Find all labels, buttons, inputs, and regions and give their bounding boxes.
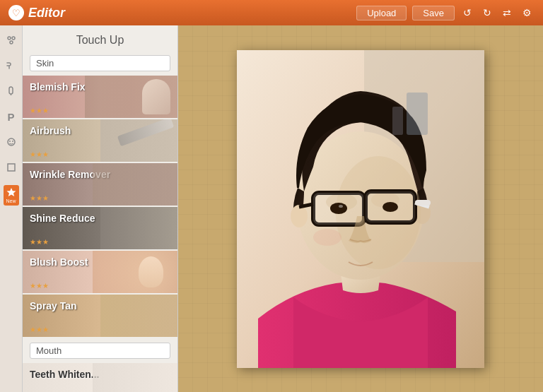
effect-label: Blush Boost [30, 256, 88, 268]
svg-rect-30 [407, 93, 428, 135]
svg-point-26 [330, 203, 347, 214]
svg-point-6 [9, 141, 11, 142]
effect-stars: ★★★ [30, 238, 49, 246]
effect-label: Spray Tan [30, 300, 77, 311]
list-item[interactable]: Airbrush ★★★ [23, 119, 177, 162]
upload-button[interactable]: Upload [356, 6, 407, 20]
logo-icon: ♡ [8, 5, 24, 20]
effect-stars: ★★★ [30, 282, 49, 290]
mouth-section-dropdown: Mouth [23, 340, 177, 363]
svg-marker-9 [6, 188, 16, 196]
photo-frame [237, 50, 484, 368]
svg-rect-31 [392, 107, 403, 135]
icon-bar-sticker[interactable] [4, 134, 19, 150]
icon-bar-crop[interactable] [4, 160, 19, 175]
app-title: Editor [28, 6, 65, 20]
sidebar-panel: Touch Up Skin Blemish Fix ★★★ Airbrush ★… [23, 25, 178, 392]
svg-rect-8 [8, 164, 15, 171]
effect-stars: ★★★ [30, 107, 49, 114]
svg-rect-3 [9, 87, 13, 94]
svg-point-28 [339, 205, 343, 208]
list-item[interactable]: Spray Tan ★★★ [23, 295, 177, 337]
undo-button[interactable]: ↺ [460, 6, 474, 20]
list-item[interactable]: Teeth Whiten... ★★★ [23, 363, 177, 392]
skin-section-dropdown: Skin [23, 52, 177, 76]
photo-canvas [237, 50, 484, 368]
effect-label: Teeth Whiten... [30, 369, 100, 380]
image-canvas-area [178, 25, 543, 392]
list-item[interactable]: Shine Reduce ★★★ [23, 207, 177, 249]
svg-point-2 [10, 41, 13, 44]
svg-rect-25 [415, 200, 431, 206]
icon-bar-draw[interactable] [4, 83, 19, 99]
icon-bar-effects[interactable] [4, 32, 19, 48]
effect-stars: ★★★ [30, 326, 49, 333]
svg-point-29 [313, 229, 341, 246]
redo-button[interactable]: ↻ [480, 6, 494, 20]
icon-bar-new[interactable]: New [4, 185, 19, 206]
app-header: ♡ Editor Upload Save ↺ ↻ ⇄ ⚙ [0, 0, 543, 25]
skin-dropdown[interactable]: Skin [30, 55, 170, 71]
settings-button[interactable]: ⚙ [520, 6, 535, 20]
svg-point-1 [12, 37, 15, 40]
list-item[interactable]: Wrinkle Remover ★★★ [23, 163, 177, 206]
app-logo: ♡ Editor [8, 5, 65, 20]
effect-label: Blemish Fix [30, 81, 86, 93]
save-button[interactable]: Save [412, 6, 455, 20]
flip-button[interactable]: ⇄ [500, 6, 514, 20]
icon-bar-adjust[interactable] [4, 58, 19, 73]
svg-point-0 [8, 37, 11, 40]
main-layout: P New Touch Up Skin Blemish Fix ★★★ [0, 25, 543, 392]
list-item[interactable]: Blemish Fix ★★★ [23, 76, 177, 118]
icon-bar: P New [0, 25, 23, 392]
effect-stars: ★★★ [30, 194, 49, 202]
toolbar: Upload Save ↺ ↻ ⇄ ⚙ [356, 6, 535, 20]
mouth-dropdown[interactable]: Mouth [30, 343, 170, 359]
effect-stars: ★★★ [30, 150, 49, 158]
svg-point-7 [12, 141, 13, 142]
list-item[interactable]: Blush Boost ★★★ [23, 251, 177, 293]
effect-label: Shine Reduce [30, 213, 95, 224]
icon-bar-text[interactable]: P [4, 109, 19, 124]
effect-label: Airbrush [30, 125, 71, 136]
svg-point-13 [291, 205, 308, 227]
svg-point-27 [383, 202, 398, 212]
sidebar-title: Touch Up [23, 25, 177, 52]
person-illustration [237, 50, 484, 368]
